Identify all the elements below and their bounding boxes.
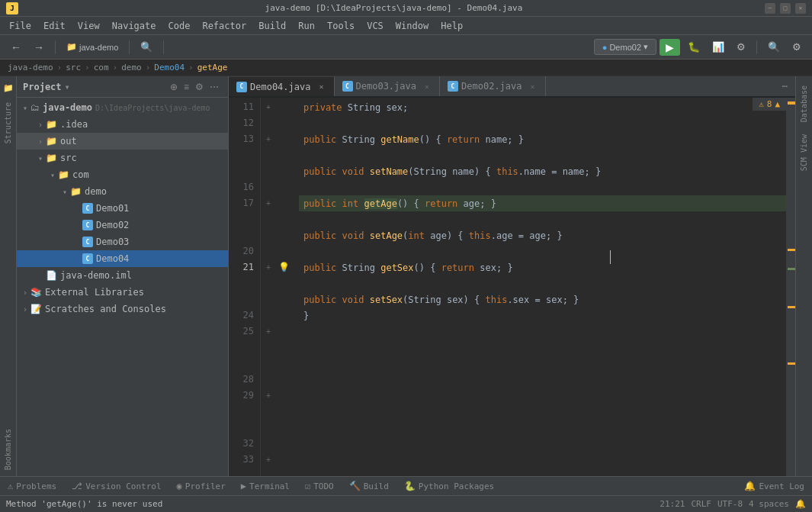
tab-demo03[interactable]: C Demo03.java ✕ — [335, 76, 441, 96]
menu-vcs[interactable]: VCS — [361, 19, 390, 33]
menu-bar: File Edit View Navigate Code Refactor Bu… — [0, 17, 812, 35]
maximize-btn[interactable]: □ — [780, 3, 791, 14]
fold-21[interactable]: + — [261, 259, 276, 275]
run-config-btn[interactable]: ● Demo02 ▾ — [594, 39, 656, 55]
bottom-tab-problems[interactable]: ⚠ Problems — [0, 477, 64, 495]
tree-item-iml[interactable]: › 📄 java-demo.iml — [17, 267, 228, 284]
warning-nav-up[interactable]: ▲ — [775, 99, 780, 109]
bottom-tab-todo[interactable]: ☑ TODO — [297, 477, 342, 495]
fold-20 — [261, 243, 276, 259]
tab-close-demo04[interactable]: ✕ — [316, 82, 326, 92]
back-btn[interactable]: ← — [6, 39, 26, 56]
project-label-btn[interactable]: 📁 java-demo — [62, 40, 123, 54]
profile-btn[interactable]: ⚙ — [732, 39, 750, 55]
cursor-position[interactable]: 21:21 — [660, 499, 685, 509]
fold-13[interactable]: + — [261, 131, 276, 147]
tab-more-btn[interactable]: ⋯ — [775, 76, 795, 96]
menu-help[interactable]: Help — [435, 19, 469, 33]
sidebar-collapse-btn[interactable]: ≡ — [181, 80, 192, 94]
line-num-29: 29 — [229, 388, 254, 404]
menu-navigate[interactable]: Navigate — [106, 19, 162, 33]
code-editor[interactable]: private String sex; public String getNam… — [291, 98, 786, 476]
bottom-tab-profiler[interactable]: ◉ Profiler — [169, 477, 233, 495]
line-ending[interactable]: CRLF — [691, 499, 711, 509]
sep2 — [129, 40, 130, 54]
bc-com[interactable]: com — [94, 63, 109, 72]
minimize-btn[interactable]: — — [765, 3, 775, 14]
bc-project[interactable]: java-demo — [8, 63, 53, 72]
bc-src[interactable]: src — [66, 63, 81, 72]
tree-item-src[interactable]: ▾ 📁 src — [17, 150, 228, 166]
bottom-tab-python[interactable]: 🐍 Python Packages — [396, 477, 502, 495]
close-btn[interactable]: ✕ — [795, 3, 806, 14]
bottom-tab-vcs[interactable]: ⎇ Version Control — [64, 477, 168, 495]
scmview-label[interactable]: SCM View — [798, 128, 810, 177]
fold-29[interactable]: + — [261, 388, 276, 404]
sidebar-add-btn[interactable]: ⊕ — [167, 80, 181, 94]
settings-btn[interactable]: ⚙ — [788, 39, 806, 55]
menu-code[interactable]: Code — [162, 19, 197, 33]
coverage-btn[interactable]: 📊 — [708, 39, 729, 55]
sidebar-more-btn[interactable]: ⋯ — [207, 80, 222, 94]
line-num-32: 32 — [229, 436, 254, 452]
fold-25[interactable]: + — [261, 324, 276, 340]
tab-close-demo03[interactable]: ✕ — [422, 82, 432, 92]
menu-edit[interactable]: Edit — [37, 19, 72, 33]
project-panel-icon[interactable]: 📁 — [0, 79, 17, 96]
menu-build[interactable]: Build — [252, 19, 292, 33]
bottom-tab-bar: ⚠ Problems ⎇ Version Control ◉ Profiler … — [0, 476, 812, 495]
menu-run[interactable]: Run — [292, 19, 321, 33]
indent-info[interactable]: 4 spaces — [749, 499, 789, 509]
tree-item-scratches[interactable]: › 📝 Scratches and Consoles — [17, 301, 228, 317]
window-controls: — □ ✕ — [765, 3, 806, 14]
sidebar-dropdown-icon[interactable]: ▾ — [65, 82, 70, 92]
menu-window[interactable]: Window — [390, 19, 435, 33]
tree-item-com[interactable]: ▾ 📁 com — [17, 166, 228, 183]
bottom-tab-terminal[interactable]: ▶ Terminal — [233, 477, 297, 495]
fold-33[interactable]: + — [261, 452, 276, 468]
tree-item-java-demo[interactable]: ▾ 🗂 java-demo D:\IdeaProjects\java-demo — [17, 99, 228, 116]
tree-item-demo02[interactable]: › C Demo02 — [17, 217, 228, 233]
fold-17[interactable]: + — [261, 195, 276, 211]
bulb-icon-line21[interactable]: 💡 — [276, 259, 291, 275]
forward-btn[interactable]: → — [29, 39, 49, 56]
bc-sep3: › — [113, 63, 118, 72]
bookmarks-label[interactable]: Bookmarks — [2, 423, 14, 476]
tree-item-ext-libs[interactable]: › 📚 External Libraries — [17, 284, 228, 301]
sidebar-settings-btn[interactable]: ⚙ — [192, 80, 207, 94]
tree-item-demo[interactable]: ▾ 📁 demo — [17, 183, 228, 200]
menu-view[interactable]: View — [72, 19, 106, 33]
vcs-label: Version Control — [85, 481, 161, 491]
tab-close-demo02[interactable]: ✕ — [528, 82, 538, 92]
tree-arrow-out: › — [35, 137, 46, 146]
database-label[interactable]: Database — [798, 79, 810, 128]
tree-item-demo01[interactable]: › C Demo01 — [17, 200, 228, 217]
bc-demo04[interactable]: Demo04 — [154, 63, 185, 72]
search-btn[interactable]: 🔍 — [763, 39, 785, 55]
encoding[interactable]: UTF-8 — [717, 499, 743, 509]
notification-icon[interactable]: 🔔 — [795, 499, 806, 509]
tree-item-demo03[interactable]: › C Demo03 — [17, 233, 228, 250]
fold-34 — [261, 468, 276, 476]
todo-icon: ☑ — [305, 481, 310, 491]
run-btn[interactable]: ▶ — [660, 39, 680, 56]
fold-11[interactable]: + — [261, 99, 276, 115]
bc-getage[interactable]: getAge — [197, 63, 228, 72]
bc-demo[interactable]: demo — [121, 63, 142, 72]
search-everywhere-btn[interactable]: 🔍 — [136, 39, 157, 55]
menu-tools[interactable]: Tools — [321, 19, 361, 33]
structure-label[interactable]: Structure — [2, 96, 14, 150]
tree-item-out[interactable]: › 📁 out — [17, 133, 228, 150]
folder-icon-src: 📁 — [46, 153, 57, 163]
bottom-tab-build[interactable]: 🔨 Build — [342, 477, 396, 495]
menu-file[interactable]: File — [3, 19, 37, 33]
tree-item-demo04[interactable]: › C Demo04 — [17, 250, 228, 267]
event-log-tab[interactable]: 🔔 Event Log — [737, 477, 812, 495]
tree-item-idea[interactable]: › 📁 .idea — [17, 116, 228, 133]
tab-demo04[interactable]: C Demo04.java ✕ — [229, 76, 335, 96]
tab-demo02[interactable]: C Demo02.java ✕ — [440, 76, 546, 96]
tab-bar: C Demo04.java ✕ C Demo03.java ✕ C Demo02… — [229, 76, 795, 98]
menu-refactor[interactable]: Refactor — [196, 19, 252, 33]
debug-btn[interactable]: 🐛 — [683, 39, 704, 55]
build-icon: 🔨 — [349, 481, 361, 491]
